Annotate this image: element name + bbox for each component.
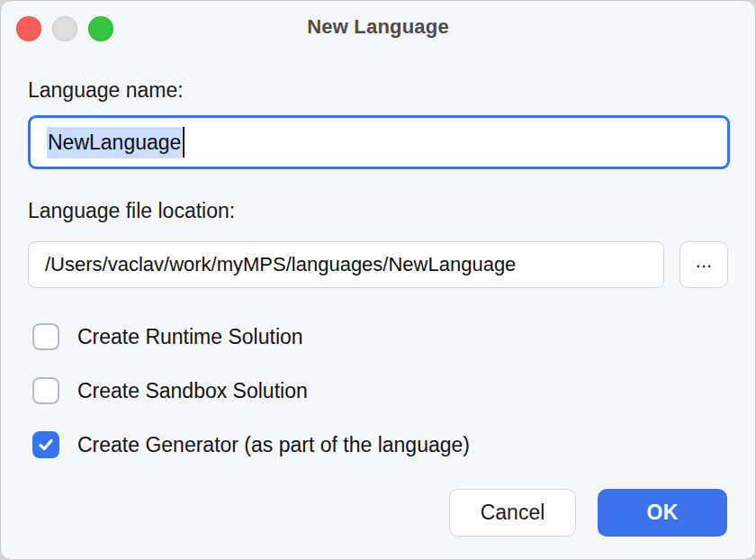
location-row: /Users/vaclav/work/myMPS/languages/NewLa… [28,241,728,288]
create-sandbox-solution-option[interactable]: Create Sandbox Solution [32,377,728,404]
dialog-content: Language name: NewLanguage Language file… [1,78,755,458]
ok-button[interactable]: OK [598,489,727,537]
create-runtime-solution-checkbox[interactable] [32,323,59,350]
checkbox-label: Create Runtime Solution [77,325,303,349]
browse-button[interactable]: ... [680,241,728,288]
close-window-button[interactable] [16,16,41,41]
dialog-title: New Language [1,15,755,39]
language-file-location-label: Language file location: [28,199,728,223]
create-generator-checkbox[interactable] [32,431,59,458]
traffic-lights [16,16,113,41]
new-language-dialog: New Language Language name: NewLanguage … [0,0,756,560]
create-generator-option[interactable]: Create Generator (as part of the languag… [32,431,728,458]
check-icon [37,436,55,454]
cancel-button[interactable]: Cancel [449,489,576,537]
language-file-location-input[interactable]: /Users/vaclav/work/myMPS/languages/NewLa… [28,241,664,288]
checkbox-label: Create Generator (as part of the languag… [77,433,470,457]
language-name-input[interactable]: NewLanguage [28,115,730,169]
checkbox-label: Create Sandbox Solution [77,379,308,403]
zoom-window-button[interactable] [88,16,113,41]
minimize-window-button[interactable] [52,16,77,41]
selected-input-text: NewLanguage [47,127,182,158]
title-bar: New Language [1,1,755,53]
language-name-label: Language name: [28,78,728,103]
options-group: Create Runtime Solution Create Sandbox S… [28,323,728,458]
create-runtime-solution-option[interactable]: Create Runtime Solution [32,323,728,350]
create-sandbox-solution-checkbox[interactable] [32,377,59,404]
text-caret [183,127,184,158]
dialog-footer: Cancel OK [449,489,727,537]
